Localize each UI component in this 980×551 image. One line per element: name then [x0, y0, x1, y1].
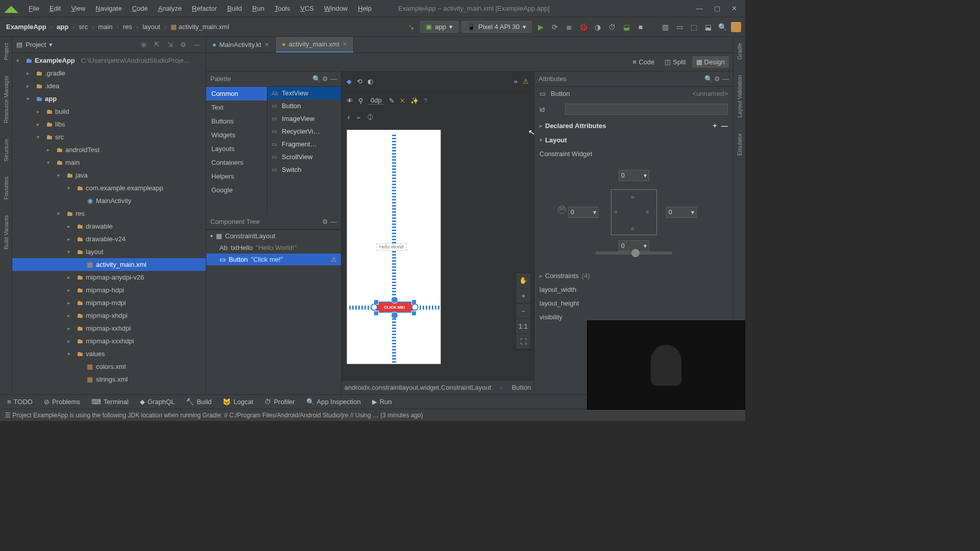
tree-root[interactable]: ▾🖿ExampleApp C:\Users\petrw\AndroidStudi…: [12, 54, 206, 67]
gutter-favorites[interactable]: Favorites: [3, 177, 9, 199]
stop-icon[interactable]: ■: [635, 21, 646, 33]
tree-item-MainActivity[interactable]: ◉MainActivity: [12, 194, 206, 207]
layout-inspector-icon[interactable]: ▥: [659, 21, 671, 33]
menu-help[interactable]: Help: [354, 3, 376, 14]
bottom-tool-build[interactable]: 🔨Build: [186, 398, 211, 406]
editor-tab-MainActivity.kt[interactable]: ●MainActivity.kt✕: [206, 37, 276, 53]
design-mode-button[interactable]: ▦Design: [692, 56, 729, 68]
zoom-btn-1[interactable]: ＋: [516, 288, 530, 304]
infer-icon[interactable]: ✎: [389, 97, 395, 105]
zoom-btn-0[interactable]: ✋: [516, 273, 530, 288]
orientation-icon[interactable]: ⟲: [357, 78, 362, 85]
maximize-icon[interactable]: ▢: [714, 5, 720, 12]
bottom-tool-logcat[interactable]: 🐱Logcat: [223, 398, 253, 406]
bottom-tool-problems[interactable]: ⊘Problems: [44, 398, 80, 406]
tree-item-colors.xml[interactable]: ▦colors.xml: [12, 360, 206, 373]
tree-item-app[interactable]: ▾🖿app: [12, 92, 206, 105]
breadcrumb-item[interactable]: main: [96, 22, 114, 32]
bottom-tool-todo[interactable]: ≡TODO: [7, 398, 33, 406]
ct-item-Button[interactable]: ▭Button"Click me!"⚠: [206, 254, 341, 265]
guideline-icon[interactable]: ⏀: [367, 113, 374, 121]
menu-run[interactable]: Run: [248, 3, 268, 14]
declared-attributes-section[interactable]: Declared Attributes: [545, 122, 606, 130]
canvas-bc-root[interactable]: androidx.constraintlayout.widget.Constra…: [345, 384, 492, 391]
palette-settings-icon[interactable]: ⚙: [322, 75, 328, 83]
attr-row-layout_width[interactable]: layout_width: [534, 283, 733, 296]
default-margin[interactable]: 0dp: [369, 96, 384, 105]
constraint-widget[interactable]: 0▾ 0▾ 0▾ 0▾ » « » « 50: [540, 164, 728, 266]
menu-refactor[interactable]: Refactor: [188, 3, 221, 14]
tree-item-drawable-v24[interactable]: ▸🖿drawable-v24: [12, 233, 206, 245]
palette-item-Fragment…[interactable]: ▭Fragment…: [267, 138, 341, 151]
tree-item-activity_main.xml[interactable]: ▦activity_main.xml: [12, 258, 206, 271]
select-opened-icon[interactable]: ⊕: [138, 41, 149, 48]
tree-item-mipmap-mdpi[interactable]: ▸🖿mipmap-mdpi: [12, 296, 206, 309]
align-icon[interactable]: ⫞: [347, 113, 350, 121]
menu-file[interactable]: File: [24, 3, 43, 14]
surface-select-icon[interactable]: ◆: [347, 78, 352, 85]
settings-icon[interactable]: ⚙: [178, 41, 188, 48]
menu-window[interactable]: Window: [320, 3, 352, 14]
palette-cat-buttons[interactable]: Buttons: [206, 114, 267, 128]
palette-item-ImageView[interactable]: ▭ImageView: [267, 112, 341, 125]
clear-constraints-icon[interactable]: ✕: [400, 97, 405, 105]
breadcrumb-item[interactable]: ExampleApp: [4, 22, 48, 32]
apply-changes-icon[interactable]: ⟳: [549, 21, 560, 33]
tree-item-main[interactable]: ▾🖿main: [12, 156, 206, 169]
palette-cat-text[interactable]: Text: [206, 101, 267, 114]
menu-vcs[interactable]: VCS: [296, 3, 318, 14]
tree-item-androidTest[interactable]: ▸🖿androidTest: [12, 143, 206, 156]
zoom-btn-3[interactable]: 1:1: [516, 319, 530, 334]
attr-hide-icon[interactable]: —: [722, 75, 729, 83]
search-everywhere-icon[interactable]: 🔍: [717, 21, 728, 33]
textview-preview[interactable]: Hello World!: [377, 243, 407, 251]
breadcrumb-item[interactable]: ▦ activity_main.xml: [168, 22, 231, 32]
attr-search-icon[interactable]: 🔍: [704, 75, 713, 83]
gutter-structure[interactable]: Structure: [3, 139, 9, 162]
palette-item-TextView[interactable]: AbTextView: [267, 87, 341, 99]
pack-icon[interactable]: ⫠: [355, 113, 362, 121]
breadcrumb-item[interactable]: app: [55, 22, 70, 32]
design-canvas[interactable]: ◆ ⟲ ◐ » ⚠ 👁 ⚲ 0dp ✎ ✕ ✨ ?: [341, 71, 534, 394]
gutter-emulator[interactable]: Emulator: [737, 133, 743, 156]
debug-icon[interactable]: ≣: [564, 21, 575, 33]
menu-analyze[interactable]: Analyze: [154, 3, 186, 14]
ct-hide-icon[interactable]: —: [330, 218, 337, 226]
remove-attr-icon[interactable]: —: [721, 122, 728, 130]
bias-slider[interactable]: [596, 252, 672, 255]
tree-item-layout[interactable]: ▾🖿layout: [12, 245, 206, 258]
menu-navigate[interactable]: Navigate: [91, 3, 126, 14]
device-manager-icon[interactable]: ⬚: [688, 21, 699, 33]
editor-tabs[interactable]: ●MainActivity.kt✕●activity_main.xml✕: [206, 37, 733, 53]
tree-item-java[interactable]: ▾🖿java: [12, 169, 206, 182]
run-button-icon[interactable]: ▶: [535, 21, 546, 33]
palette-cat-helpers[interactable]: Helpers: [206, 169, 267, 183]
layout-section[interactable]: Layout: [545, 136, 567, 144]
expand-all-icon[interactable]: ⇱: [152, 41, 162, 48]
id-input[interactable]: [565, 104, 728, 115]
tree-item-values[interactable]: ▾🖿values: [12, 347, 206, 360]
palette-item-Button[interactable]: ▭Button: [267, 99, 341, 112]
zoom-btn-4[interactable]: ⛶: [516, 334, 530, 349]
breadcrumb-item[interactable]: src: [77, 22, 90, 32]
tree-item-mipmap-xhdpi[interactable]: ▸🖿mipmap-xhdpi: [12, 309, 206, 322]
tree-item-mipmap-anydpi-v26[interactable]: ▸🖿mipmap-anydpi-v26: [12, 271, 206, 284]
ct-item-txtHello[interactable]: AbtxtHello"Hello World!": [206, 242, 341, 254]
sdk-icon[interactable]: ⬓: [702, 21, 714, 33]
hide-icon[interactable]: —: [191, 41, 202, 48]
bottom-tool-app inspection[interactable]: 🔍App Inspection: [306, 398, 361, 406]
canvas-bc-child[interactable]: Button: [512, 384, 531, 391]
view-options-icon[interactable]: 👁: [347, 97, 353, 105]
gutter-layout validation[interactable]: Layout Validation: [737, 75, 743, 118]
avd-icon[interactable]: ⬓: [621, 21, 632, 33]
coverage-icon[interactable]: ◑: [592, 21, 603, 33]
device-preview[interactable]: Hello World! CLICK ME!: [347, 130, 441, 364]
palette-cat-common[interactable]: Common: [206, 87, 267, 101]
gutter-project[interactable]: Project: [3, 43, 9, 60]
minimize-icon[interactable]: —: [696, 5, 703, 12]
theme-icon[interactable]: ◐: [368, 78, 373, 85]
breadcrumb-item[interactable]: layout: [140, 22, 162, 32]
overflow-icon[interactable]: »: [514, 78, 518, 85]
sync-gradle-icon[interactable]: ↘: [406, 21, 417, 33]
constraints-section[interactable]: Constraints: [545, 272, 579, 280]
